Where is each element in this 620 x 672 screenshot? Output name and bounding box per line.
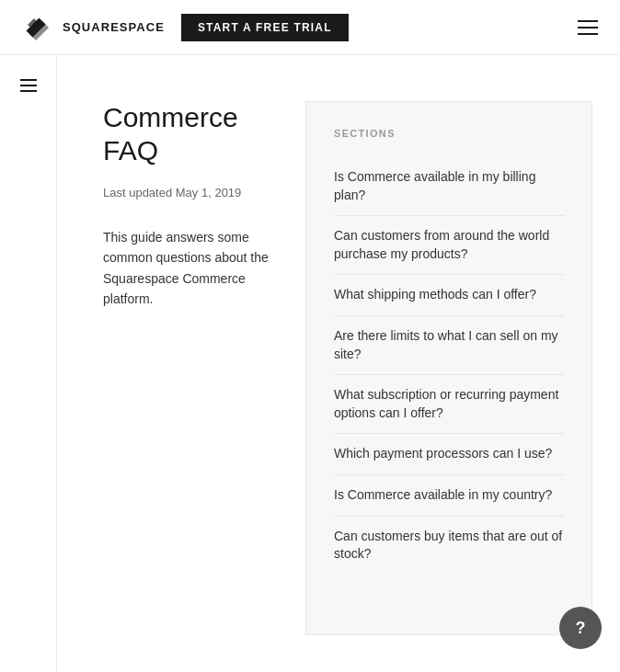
- list-item: Are there limits to what I can sell on m…: [334, 316, 564, 375]
- page-body: Commerce FAQ Last updated May 1, 2019 Th…: [57, 55, 620, 672]
- sidebar-line-3: [20, 90, 37, 92]
- hamburger-menu-button[interactable]: [574, 17, 602, 39]
- section-link-country[interactable]: Is Commerce available in my country?: [334, 486, 564, 505]
- header: SQUARESPACE START A FREE TRIAL: [0, 0, 620, 55]
- last-updated: Last updated May 1, 2019: [103, 186, 269, 199]
- page-title: Commerce FAQ: [103, 101, 269, 167]
- sections-list: Is Commerce available in my billing plan…: [334, 157, 564, 575]
- list-item: What shipping methods can I offer?: [334, 275, 564, 316]
- intro-section: Commerce FAQ Last updated May 1, 2019 Th…: [103, 101, 269, 635]
- section-link-billing[interactable]: Is Commerce available in my billing plan…: [334, 168, 564, 204]
- logo-text: SQUARESPACE: [63, 20, 165, 34]
- sidebar-menu-button[interactable]: [15, 74, 42, 97]
- sidebar: [0, 55, 57, 672]
- section-link-worldwide[interactable]: Can customers from around the world purc…: [334, 227, 564, 263]
- squarespace-logo-icon: [18, 10, 53, 45]
- intro-text: This guide answers some common questions…: [103, 227, 269, 310]
- help-button[interactable]: ?: [559, 607, 602, 649]
- logo-area: SQUARESPACE: [18, 10, 165, 45]
- list-item: What subscription or recurring payment o…: [334, 375, 564, 434]
- sections-label: SECTIONS: [334, 128, 564, 139]
- list-item: Is Commerce available in my country?: [334, 475, 564, 517]
- list-item: Can customers buy items that are out of …: [334, 517, 564, 575]
- hamburger-line-2: [578, 27, 598, 28]
- start-trial-button[interactable]: START A FREE TRIAL: [181, 14, 349, 41]
- section-link-subscription[interactable]: What subscription or recurring payment o…: [334, 386, 564, 422]
- section-link-shipping[interactable]: What shipping methods can I offer?: [334, 286, 564, 304]
- hamburger-line-1: [578, 20, 598, 22]
- list-item: Is Commerce available in my billing plan…: [334, 157, 564, 216]
- section-link-outofstock[interactable]: Can customers buy items that are out of …: [334, 528, 564, 564]
- hamburger-line-3: [578, 33, 598, 35]
- sidebar-line-1: [20, 79, 37, 81]
- section-link-limits[interactable]: Are there limits to what I can sell on m…: [334, 327, 564, 363]
- sections-panel: SECTIONS Is Commerce available in my bil…: [305, 101, 592, 635]
- header-left: SQUARESPACE START A FREE TRIAL: [18, 10, 349, 45]
- list-item: Which payment processors can I use?: [334, 434, 564, 475]
- list-item: Can customers from around the world purc…: [334, 216, 564, 275]
- main-content: Commerce FAQ Last updated May 1, 2019 Th…: [0, 55, 620, 672]
- sidebar-line-2: [20, 85, 37, 86]
- section-link-payment[interactable]: Which payment processors can I use?: [334, 445, 564, 463]
